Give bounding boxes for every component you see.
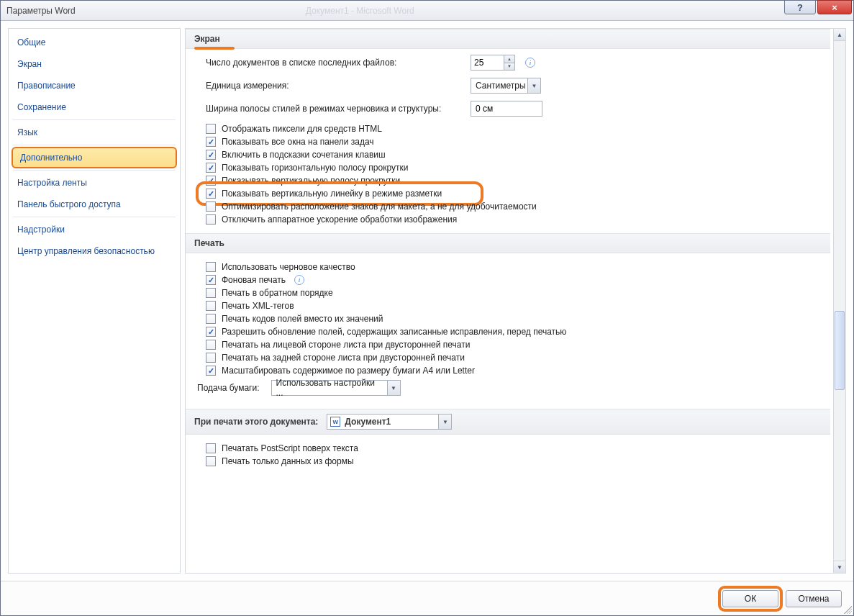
chk-field-codes: Печать кодов полей вместо их значений [222,314,383,324]
chk-background-print: Фоновая печать [222,275,286,285]
section-print-header: Печать [186,233,830,253]
spin-down-icon[interactable]: ▼ [504,63,514,71]
ok-button[interactable]: ОК [722,590,778,607]
checkbox[interactable] [206,124,216,134]
scroll-thumb[interactable] [835,311,845,390]
sidebar-item-language[interactable]: Язык [9,122,180,143]
chk-postscript-over: Печатать PostScript поверх текста [222,443,358,453]
checkbox[interactable] [206,262,216,272]
sidebar-item-customize-ribbon[interactable]: Настройка ленты [9,172,180,194]
chevron-down-icon: ▼ [438,415,451,429]
chk-disable-hw-accel: Отключить аппаратное ускорение обработки… [222,214,457,225]
sidebar-item-general[interactable]: Общие [9,32,180,53]
chk-v-scrollbar: Показывать вертикальную полосу прокрутки [222,176,400,186]
sidebar-item-quick-access[interactable]: Панель быстрого доступа [9,194,180,215]
info-icon: i [294,275,304,285]
info-icon: i [525,58,535,68]
sidebar-item-screen[interactable]: Экран [9,53,180,75]
style-width-input[interactable] [471,101,542,117]
checkbox[interactable] [206,327,216,337]
checkbox[interactable] [206,340,216,350]
dialog-footer: ОК Отмена [1,581,853,615]
checkbox[interactable] [206,137,216,147]
chk-xml-tags: Печать XML-тегов [222,301,294,311]
units-label: Единица измерения: [206,81,463,91]
help-button[interactable]: ? [784,0,816,14]
vertical-scrollbar[interactable]: ▲ ▼ [833,29,845,573]
scroll-track[interactable] [834,41,845,561]
chevron-down-icon: ▼ [387,381,400,395]
checkbox[interactable] [206,366,216,376]
options-dialog: Параметры Word Документ1 - Microsoft Wor… [0,0,854,616]
chk-draft-quality: Использовать черновое качество [222,262,355,272]
checkbox[interactable] [206,314,216,324]
section-screen-body: Число документов в списке последних файл… [186,49,830,233]
close-button[interactable]: × [817,0,852,14]
style-width-label: Ширина полосы стилей в режимах черновика… [206,104,463,114]
resize-grip-icon[interactable] [842,604,852,614]
chk-layout-optimize: Оптимизировать расположение знаков для м… [222,201,537,212]
cancel-button[interactable]: Отмена [786,590,842,607]
section-print-doc-header: При печати этого документа: W Документ1 … [186,409,830,435]
spin-up-icon[interactable]: ▲ [504,55,514,63]
paper-feed-dropdown[interactable]: Использовать настройки ... ▼ [271,380,401,396]
checkbox[interactable] [206,176,216,186]
checkbox[interactable] [206,201,216,212]
chk-v-ruler: Показывать вертикальную линейку в режиме… [222,189,442,199]
checkbox[interactable] [206,443,216,453]
window-controls: ? × [784,1,853,20]
sidebar-item-proofing[interactable]: Правописание [9,75,180,96]
sidebar-item-save[interactable]: Сохранение [9,96,180,118]
chk-back-duplex: Печатать на задней стороне листа при дву… [222,353,465,363]
recent-docs-input[interactable] [471,55,504,71]
chevron-down-icon: ▼ [527,78,540,93]
checkbox[interactable] [206,288,216,298]
recent-docs-label: Число документов в списке последних файл… [206,58,463,68]
chk-update-fields: Разрешить обновление полей, содержащих з… [222,327,566,337]
section-print-doc-body: Печатать PostScript поверх текста Печать… [186,435,830,475]
sidebar-item-trust-center[interactable]: Центр управления безопасностью [9,240,180,262]
checkbox[interactable] [206,163,216,173]
units-dropdown[interactable]: Сантиметры ▼ [471,78,541,94]
document-dropdown[interactable]: W Документ1 ▼ [327,414,452,430]
checkbox[interactable] [206,353,216,363]
paper-feed-label: Подача бумаги: [197,383,260,393]
checkbox[interactable] [206,275,216,285]
titlebar: Параметры Word Документ1 - Microsoft Wor… [1,1,853,21]
checkbox[interactable] [206,301,216,311]
dialog-body: Общие Экран Правописание Сохранение Язык… [1,21,853,581]
sidebar-item-addins[interactable]: Надстройки [9,219,180,240]
scroll-down-icon[interactable]: ▼ [834,561,845,573]
chk-shortcut-tooltips: Включить в подсказки сочетания клавиш [222,150,386,160]
scroll-area: Экран Число документов в списке последни… [186,29,833,573]
section-screen-header: Экран [186,29,830,49]
chk-form-data-only: Печать только данных из формы [222,456,354,466]
chk-front-duplex: Печатать на лицевой стороне листа при дв… [222,340,470,350]
checkbox[interactable] [206,150,216,160]
scroll-up-icon[interactable]: ▲ [834,29,845,41]
chk-reverse-print: Печать в обратном порядке [222,288,333,298]
category-sidebar: Общие Экран Правописание Сохранение Язык… [8,28,181,574]
background-app-title: Документ1 - Microsoft Word [306,6,414,16]
checkbox[interactable] [206,189,216,199]
settings-panel: Экран Число документов в списке последни… [185,28,846,574]
window-title: Параметры Word [6,6,76,16]
section-print-body: Использовать черновое качество Фоновая п… [186,253,830,409]
sidebar-item-advanced[interactable]: Дополнительно [12,147,177,168]
chk-scale-a4-letter: Масштабировать содержимое по размеру бум… [222,366,475,376]
recent-docs-spinner[interactable]: ▲ ▼ [471,55,515,71]
checkbox[interactable] [206,214,216,225]
chk-windows-taskbar: Показывать все окна на панели задач [222,137,374,147]
chk-h-scrollbar: Показывать горизонтальную полосу прокрут… [222,163,408,173]
chk-pixels-html: Отображать пиксели для средств HTML [222,124,382,134]
word-doc-icon: W [330,417,340,427]
checkbox[interactable] [206,456,216,466]
